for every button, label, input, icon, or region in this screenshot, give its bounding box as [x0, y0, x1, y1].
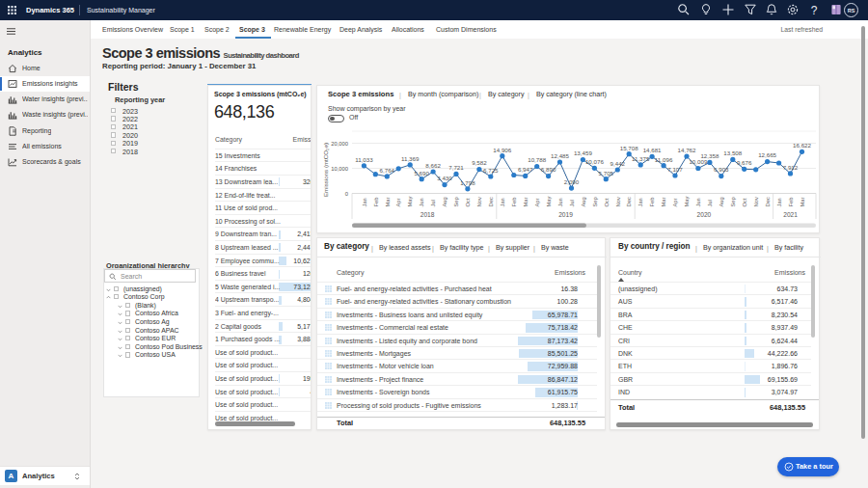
svg-text:12,665: 12,665: [758, 151, 776, 158]
svg-text:Feb: Feb: [511, 198, 517, 207]
svg-text:Jun: Jun: [557, 198, 563, 206]
svg-text:2018: 2018: [420, 211, 435, 218]
svg-text:7,107: 7,107: [667, 166, 683, 173]
svg-text:13,508: 13,508: [723, 149, 742, 156]
svg-text:6,764: 6,764: [380, 167, 395, 174]
svg-text:2021: 2021: [783, 211, 798, 218]
svg-text:Aug: Aug: [581, 197, 586, 206]
svg-text:9,582: 9,582: [472, 159, 487, 166]
svg-text:Sep: Sep: [730, 197, 736, 206]
svg-text:Oct: Oct: [604, 198, 610, 206]
svg-text:11,369: 11,369: [401, 155, 420, 162]
svg-text:16,622: 16,622: [793, 142, 811, 149]
svg-text:Feb: Feb: [649, 198, 655, 207]
svg-text:6,903: 6,903: [714, 166, 729, 173]
svg-text:1,798: 1,798: [460, 179, 475, 186]
svg-text:13,459: 13,459: [574, 149, 592, 156]
svg-text:Jul: Jul: [569, 200, 575, 206]
svg-text:9,676: 9,676: [737, 159, 752, 166]
svg-text:May: May: [407, 196, 413, 206]
svg-text:11,096: 11,096: [655, 156, 673, 163]
svg-text:Aug: Aug: [719, 197, 724, 206]
svg-text:10,000: 10,000: [331, 166, 348, 172]
svg-text:Sep: Sep: [592, 197, 598, 206]
svg-text:10,009: 10,009: [689, 158, 707, 165]
svg-text:Jan: Jan: [362, 198, 367, 206]
svg-text:14,906: 14,906: [493, 147, 511, 153]
svg-text:8,662: 8,662: [425, 162, 441, 169]
svg-text:11,375: 11,375: [632, 155, 650, 162]
svg-text:14,681: 14,681: [643, 147, 662, 153]
svg-text:Jan: Jan: [500, 198, 505, 206]
svg-text:12,358: 12,358: [700, 152, 719, 159]
svg-text:6,725: 6,725: [483, 167, 499, 174]
svg-text:14,762: 14,762: [678, 147, 696, 153]
svg-text:Mar: Mar: [661, 197, 666, 206]
svg-text:6,947: 6,947: [518, 166, 533, 173]
svg-text:2019: 2019: [558, 211, 573, 218]
svg-text:10,076: 10,076: [585, 158, 604, 165]
svg-text:May: May: [684, 196, 690, 206]
svg-text:Nov: Nov: [753, 197, 759, 206]
svg-text:Dec: Dec: [626, 197, 632, 206]
svg-text:Dec: Dec: [765, 197, 771, 206]
svg-text:2020: 2020: [697, 211, 712, 218]
svg-text:Jun: Jun: [419, 198, 424, 206]
svg-text:6,890: 6,890: [541, 166, 556, 173]
svg-text:20,000: 20,000: [331, 141, 348, 147]
svg-text:Oct: Oct: [465, 198, 471, 206]
svg-text:2,090: 2,090: [564, 178, 580, 185]
svg-text:9,442: 9,442: [610, 160, 626, 167]
svg-text:Jul: Jul: [430, 200, 436, 206]
svg-text:7,721: 7,721: [448, 164, 464, 171]
svg-text:Jan: Jan: [776, 198, 782, 206]
svg-text:Feb: Feb: [788, 198, 794, 207]
svg-text:Mar: Mar: [523, 197, 529, 206]
svg-text:12,485: 12,485: [551, 152, 569, 159]
svg-text:11,033: 11,033: [355, 156, 373, 163]
svg-text:Dec: Dec: [488, 197, 494, 206]
svg-text:7,912: 7,912: [783, 164, 799, 171]
svg-text:5,690: 5,690: [414, 170, 429, 176]
svg-text:Aug: Aug: [442, 197, 448, 206]
svg-text:Jan: Jan: [637, 198, 643, 206]
svg-text:Mar: Mar: [385, 197, 391, 206]
svg-text:Apr: Apr: [534, 198, 540, 206]
svg-text:Nov: Nov: [476, 197, 482, 206]
svg-text:Mar: Mar: [800, 197, 805, 206]
svg-text:Emissions (mtCO₂e): Emissions (mtCO₂e): [322, 143, 329, 197]
svg-text:Nov: Nov: [615, 197, 621, 206]
svg-text:Feb: Feb: [373, 198, 379, 207]
svg-text:3,430: 3,430: [437, 175, 452, 181]
svg-text:10,788: 10,788: [528, 156, 546, 163]
svg-text:Jun: Jun: [695, 198, 701, 206]
svg-text:0: 0: [345, 191, 348, 197]
svg-text:Oct: Oct: [742, 198, 747, 206]
svg-text:Apr: Apr: [395, 198, 401, 206]
svg-text:Apr: Apr: [672, 198, 678, 206]
svg-text:Sep: Sep: [453, 197, 459, 206]
svg-text:5,705: 5,705: [599, 170, 614, 176]
svg-text:May: May: [546, 196, 552, 206]
svg-text:15,708: 15,708: [620, 145, 638, 151]
svg-text:?: ?: [811, 4, 818, 17]
svg-text:Jul: Jul: [707, 200, 713, 206]
